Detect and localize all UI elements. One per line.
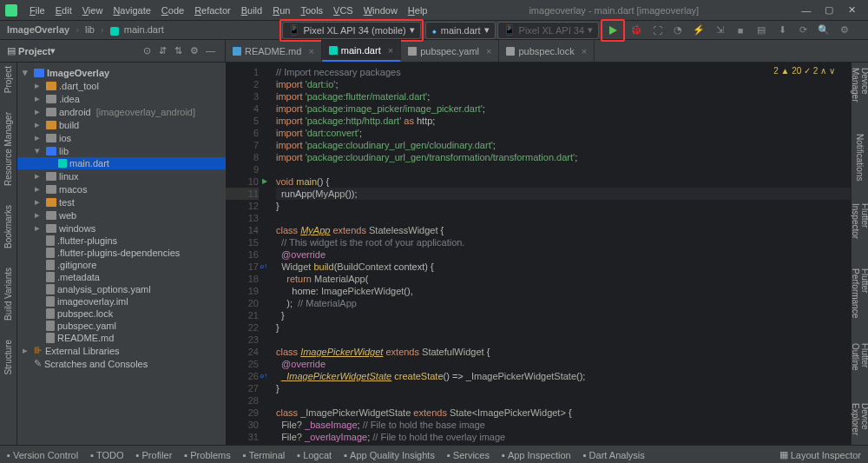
- gutter-line[interactable]: 19: [226, 285, 259, 297]
- code-line[interactable]: @override: [276, 248, 851, 261]
- tree-item[interactable]: ▾ImageOverlay: [17, 66, 226, 79]
- menu-file[interactable]: File: [24, 5, 50, 16]
- inspection-summary[interactable]: 2 ▲ 20 ✓ 2 ∧ ∨: [773, 66, 835, 76]
- code-line[interactable]: import 'package:cloudinary_url_gen/cloud…: [276, 139, 851, 151]
- code-line[interactable]: import 'package:http/http.dart' as http;: [276, 115, 851, 127]
- menu-run[interactable]: Run: [267, 5, 295, 16]
- bottom-tool-tab[interactable]: ▪Profiler: [136, 450, 173, 460]
- code-line[interactable]: _ImagePickerWidgetState createState() =>…: [276, 370, 851, 382]
- breadcrumb[interactable]: ImageOverlay › lib › main.dart: [7, 24, 164, 35]
- bottom-tool-tab[interactable]: ▪App Inspection: [502, 450, 571, 460]
- code-line[interactable]: class MyApp extends StatelessWidget {: [276, 224, 851, 236]
- gutter-line[interactable]: 20: [226, 297, 259, 309]
- gutter-line[interactable]: 7: [226, 139, 259, 151]
- tree-arrow-icon[interactable]: ▸: [35, 196, 43, 208]
- code-line[interactable]: home: ImagePickerWidget(),: [276, 285, 851, 297]
- tree-arrow-icon[interactable]: ▸: [35, 183, 43, 195]
- tree-arrow-icon[interactable]: ▸: [35, 222, 43, 234]
- menu-vcs[interactable]: VCS: [328, 5, 358, 16]
- tree-arrow-icon[interactable]: ▸: [35, 170, 43, 182]
- bottom-tool-tab[interactable]: ▪App Quality Insights: [344, 450, 435, 460]
- gutter-line[interactable]: 5: [226, 115, 259, 127]
- gutter-line[interactable]: 24: [226, 346, 259, 358]
- menu-refactor[interactable]: Refactor: [189, 5, 236, 16]
- right-rail-tab[interactable]: Flutter Outline: [851, 343, 869, 380]
- bottom-tool-tab[interactable]: ▪Services: [447, 450, 490, 460]
- tree-item[interactable]: .flutter-plugins-dependencies: [17, 247, 226, 259]
- gutter-line[interactable]: 3: [226, 90, 259, 103]
- close-button[interactable]: ✕: [840, 4, 863, 16]
- code-line[interactable]: }: [276, 321, 851, 334]
- gutter-line[interactable]: 6: [226, 127, 259, 139]
- collapse-icon[interactable]: ⇅: [174, 45, 187, 57]
- bottom-tool-tab[interactable]: ▪Terminal: [243, 450, 285, 460]
- bottom-tool-tab[interactable]: ▪Dart Analysis: [583, 450, 645, 460]
- tree-item[interactable]: ▸build: [17, 118, 226, 131]
- gutter-line[interactable]: 21: [226, 309, 259, 321]
- editor-tab[interactable]: README.md×: [226, 40, 322, 62]
- menu-view[interactable]: View: [77, 5, 108, 16]
- code-line[interactable]: return MaterialApp(: [276, 273, 851, 285]
- left-rail-tab[interactable]: Bookmarks: [3, 205, 13, 248]
- menu-code[interactable]: Code: [156, 5, 189, 16]
- sync-button[interactable]: ⟳: [793, 22, 812, 39]
- gutter-line[interactable]: 2: [226, 78, 259, 90]
- maximize-button[interactable]: ▢: [818, 4, 840, 16]
- editor-code[interactable]: // Import necessary packagesimport 'dart…: [264, 63, 851, 445]
- code-line[interactable]: [276, 163, 851, 175]
- tree-item[interactable]: .metadata: [17, 271, 226, 283]
- tree-item[interactable]: ▸ios: [17, 131, 226, 144]
- gutter-line[interactable]: 26o↑: [226, 370, 259, 382]
- menu-tools[interactable]: Tools: [295, 5, 328, 16]
- tree-arrow-icon[interactable]: ▾: [23, 67, 31, 78]
- tree-arrow-icon[interactable]: ▸: [35, 209, 43, 221]
- menu-window[interactable]: Window: [358, 5, 403, 16]
- menu-edit[interactable]: Edit: [50, 5, 77, 16]
- right-rail-tab[interactable]: Device Manager: [851, 68, 869, 111]
- tree-arrow-icon[interactable]: ▸: [23, 345, 31, 356]
- tree-item[interactable]: ▸⊪External Libraries: [17, 344, 226, 357]
- close-tab-icon[interactable]: ×: [486, 46, 491, 56]
- menu-build[interactable]: Build: [236, 5, 267, 16]
- tree-arrow-icon[interactable]: ▸: [35, 132, 43, 143]
- code-line[interactable]: import 'dart:io';: [276, 78, 851, 90]
- minimize-button[interactable]: —: [795, 5, 818, 16]
- tree-item[interactable]: pubspec.lock: [17, 308, 226, 320]
- left-rail-tab[interactable]: Build Variants: [3, 268, 13, 321]
- bottom-tool-tab[interactable]: ▪Version Control: [7, 450, 78, 460]
- code-line[interactable]: @override: [276, 358, 851, 370]
- search-everywhere-button[interactable]: 🔍: [814, 22, 833, 39]
- code-line[interactable]: runApp(MyApp());: [276, 188, 851, 200]
- gutter-line[interactable]: 15: [226, 236, 259, 248]
- code-line[interactable]: class ImagePickerWidget extends Stateful…: [276, 346, 851, 358]
- gutter-line[interactable]: 31: [226, 431, 259, 443]
- tree-item[interactable]: ✎Scratches and Consoles: [17, 357, 226, 370]
- left-rail-tab[interactable]: Resource Manager: [3, 112, 13, 186]
- gutter-line[interactable]: 23: [226, 334, 259, 346]
- tree-item[interactable]: main.dart: [17, 157, 226, 169]
- editor-tab[interactable]: main.dart×: [322, 40, 401, 62]
- code-line[interactable]: }: [276, 309, 851, 321]
- editor-gutter[interactable]: 12345678910▶11121314151617o↑181920212223…: [226, 63, 264, 445]
- tree-arrow-icon[interactable]: ▸: [35, 106, 43, 117]
- close-tab-icon[interactable]: ×: [388, 45, 393, 56]
- avd-button[interactable]: ▤: [752, 22, 771, 39]
- run-target-dropdown[interactable]: 📱 Pixel XL API 34 ▾: [497, 22, 599, 39]
- code-line[interactable]: [276, 334, 851, 346]
- gutter-line[interactable]: 17o↑: [226, 261, 259, 273]
- project-panel-title[interactable]: Project: [18, 46, 50, 56]
- gutter-line[interactable]: 14: [226, 224, 259, 236]
- tree-item[interactable]: ▸android[imageoverlay_android]: [17, 105, 226, 118]
- profile-button[interactable]: ◔: [668, 22, 687, 39]
- gutter-line[interactable]: 22: [226, 321, 259, 334]
- tree-item[interactable]: pubspec.yaml: [17, 320, 226, 332]
- code-line[interactable]: Widget build(BuildContext context) {: [276, 261, 851, 273]
- layout-inspector-tab[interactable]: ▦Layout Inspector: [779, 449, 861, 460]
- run-gutter-icon[interactable]: ▶: [262, 175, 267, 188]
- gutter-line[interactable]: 10▶: [226, 175, 259, 188]
- tree-item[interactable]: ▸web: [17, 208, 226, 222]
- right-rail-tab[interactable]: Device Explorer: [851, 403, 869, 445]
- gutter-line[interactable]: 30: [226, 419, 259, 431]
- gutter-line[interactable]: 8: [226, 151, 259, 163]
- code-line[interactable]: [276, 212, 851, 224]
